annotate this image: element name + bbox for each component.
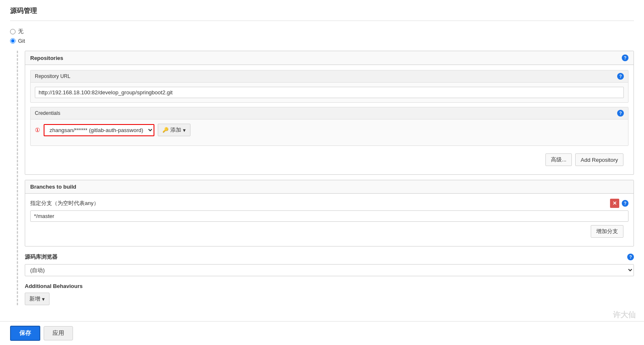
- branch-input[interactable]: [30, 210, 628, 222]
- key-icon: 🔑: [162, 127, 169, 133]
- credential-select[interactable]: zhangsan/****** (gitlab-auth-password): [44, 124, 154, 136]
- repositories-header: Repositories ?: [25, 51, 634, 65]
- branch-help-icon[interactable]: ?: [622, 200, 628, 207]
- branch-icons: ✕ ?: [610, 199, 628, 208]
- add-credentials-label: 添加: [170, 126, 181, 134]
- repositories-title: Repositories: [30, 55, 63, 61]
- branches-header: Branches to build: [25, 180, 634, 194]
- radio-git[interactable]: Git: [10, 38, 634, 44]
- repo-url-section: Repository URL ?: [30, 70, 628, 103]
- source-browser-header: 源码库浏览器 ?: [25, 253, 634, 261]
- new-behaviour-chevron: ▾: [42, 296, 45, 302]
- repositories-help-icon[interactable]: ?: [622, 54, 628, 61]
- credentials-body: ① zhangsan/****** (gitlab-auth-password)…: [31, 119, 628, 145]
- page-container: 源码管理 无 Git Repositories ? Repository URL: [0, 0, 644, 345]
- repo-url-label: Repository URL: [35, 73, 70, 79]
- add-credentials-chevron: ▾: [183, 127, 186, 133]
- branch-field-header: 指定分支（为空时代表any） ✕ ?: [30, 199, 628, 208]
- new-behaviour-button[interactable]: 新增 ▾: [25, 293, 50, 305]
- branch-label: 指定分支（为空时代表any）: [30, 200, 99, 207]
- source-browser-help-icon[interactable]: ?: [627, 254, 634, 260]
- branches-title: Branches to build: [30, 184, 76, 190]
- error-icon: ①: [35, 127, 40, 133]
- page-title: 源码管理: [10, 7, 634, 21]
- advanced-button[interactable]: 高级...: [545, 153, 572, 166]
- radio-none[interactable]: 无: [10, 28, 634, 35]
- credentials-row: ① zhangsan/****** (gitlab-auth-password)…: [35, 124, 624, 136]
- add-repository-button[interactable]: Add Repository: [575, 153, 623, 166]
- repo-url-body: [31, 83, 628, 102]
- add-branch-row: 增加分支: [30, 222, 628, 241]
- bottom-bar: 保存 应用: [0, 321, 644, 345]
- source-browser-label: 源码库浏览器: [25, 253, 57, 261]
- git-section: Repositories ? Repository URL ?: [17, 51, 634, 305]
- credentials-label: Credentials: [35, 110, 60, 116]
- repo-url-header: Repository URL ?: [31, 70, 628, 83]
- repo-buttons-row: 高级... Add Repository: [30, 150, 628, 169]
- additional-behaviours-section: Additional Behaviours 新增 ▾: [25, 283, 634, 305]
- radio-none-input[interactable]: [10, 29, 16, 34]
- repositories-body: Repository URL ? Credentials ?: [25, 65, 634, 174]
- scm-radio-group: 无 Git: [10, 28, 634, 44]
- delete-branch-button[interactable]: ✕: [610, 199, 619, 208]
- add-branch-button[interactable]: 增加分支: [591, 225, 623, 238]
- credentials-section: Credentials ? ① zhangsan/****** (gitlab-…: [30, 107, 628, 146]
- radio-git-input[interactable]: [10, 38, 16, 44]
- repo-url-help-icon[interactable]: ?: [617, 73, 624, 80]
- radio-none-label: 无: [18, 28, 23, 35]
- new-behaviour-label: 新增: [29, 295, 40, 303]
- additional-behaviours-title: Additional Behaviours: [25, 283, 634, 289]
- credentials-help-icon[interactable]: ?: [617, 110, 624, 117]
- repositories-container: Repositories ? Repository URL ?: [25, 51, 634, 175]
- source-browser-select[interactable]: (自动): [25, 264, 634, 276]
- apply-button[interactable]: 应用: [44, 326, 73, 340]
- source-browser-section: 源码库浏览器 ? (自动): [25, 253, 634, 276]
- branches-body: 指定分支（为空时代表any） ✕ ? 增加分支: [25, 194, 634, 246]
- branches-section: Branches to build 指定分支（为空时代表any） ✕ ? 增加分…: [25, 180, 634, 246]
- radio-git-label: Git: [18, 38, 25, 44]
- repo-url-input[interactable]: [35, 87, 624, 98]
- save-button[interactable]: 保存: [10, 326, 40, 341]
- credentials-header: Credentials ?: [31, 107, 628, 119]
- add-credentials-button[interactable]: 🔑 添加 ▾: [158, 124, 190, 136]
